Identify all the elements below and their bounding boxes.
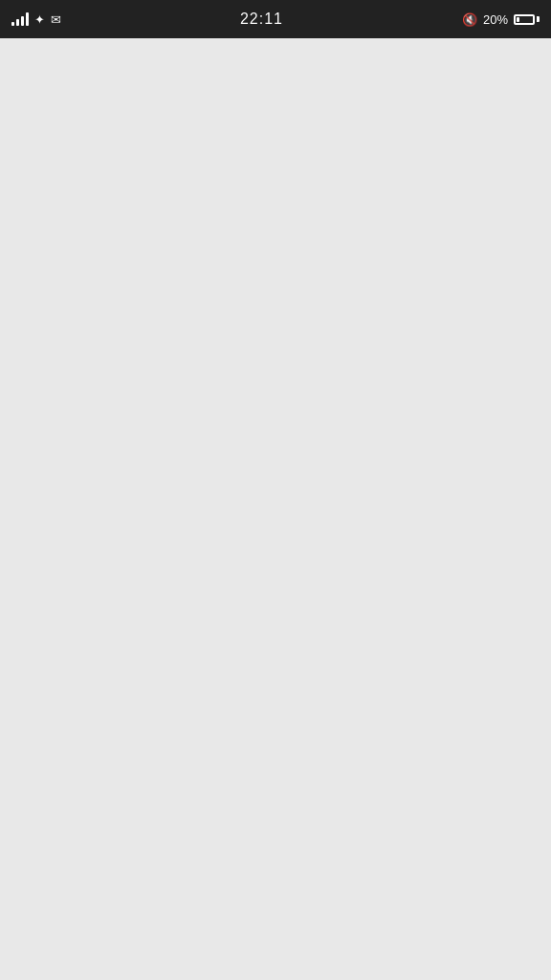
network-icon: ✦ [34, 12, 45, 27]
battery-percent: 20% [483, 12, 508, 27]
battery-icon [514, 14, 540, 25]
status-left: ✦ ✉ [11, 12, 61, 27]
status-bar: ✦ ✉ 22:11 🔇 20% [0, 0, 551, 38]
status-right: 🔇 20% [462, 12, 540, 27]
mute-icon: 🔇 [462, 12, 477, 27]
clock: 22:11 [240, 11, 283, 28]
signal-icon [11, 12, 29, 26]
message-icon: ✉ [51, 12, 61, 27]
